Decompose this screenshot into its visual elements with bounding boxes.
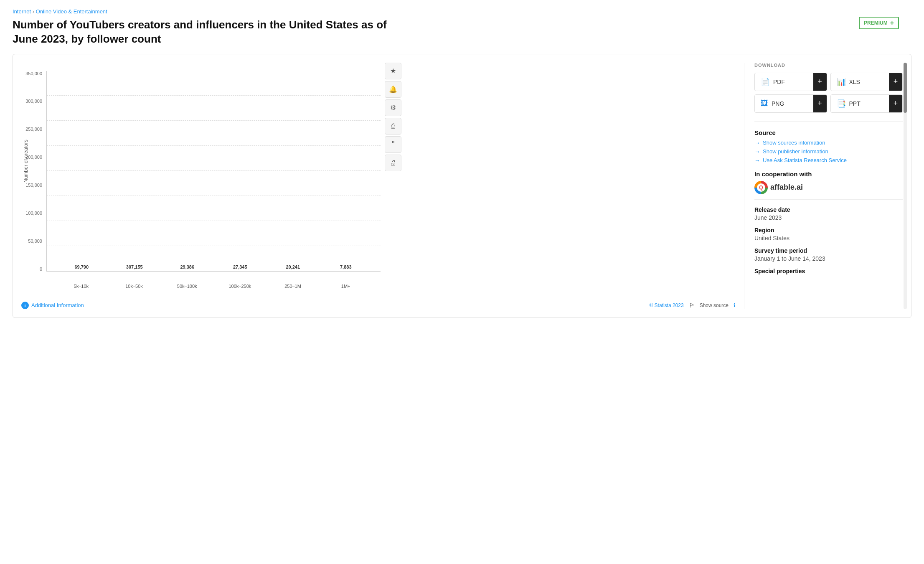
chart-container: Number of creators 350,000 300,000 250,0… — [21, 63, 381, 297]
page-title: Number of YouTubers creators and influen… — [13, 18, 388, 46]
copyright-text: © Statista 2023 — [649, 302, 683, 308]
x-labels: 5k–10k 10k–50k 50k–100k 100k–250k 250–1M… — [46, 276, 381, 297]
show-source-link[interactable]: Show source — [700, 302, 729, 308]
chart-source: © Statista 2023 🏳 Show source ℹ — [649, 302, 736, 309]
divider-1 — [754, 121, 903, 122]
region-value: United States — [754, 235, 903, 241]
survey-period-label: Survey time period — [754, 247, 903, 254]
premium-badge[interactable]: PREMIUM + — [859, 17, 899, 29]
png-icon: 🖼 — [761, 99, 768, 108]
cooperation-title: In cooperation with — [754, 170, 903, 178]
bars-container: 69,790 307,155 29,386 27,345 — [47, 71, 381, 271]
show-publisher-link[interactable]: → Show publisher information — [754, 148, 903, 155]
pdf-label: PDF — [773, 79, 785, 85]
bar-group-250-1m: 20,241 — [267, 264, 320, 271]
bookmark-button[interactable]: ★ — [385, 63, 401, 79]
download-section: DOWNLOAD 📄 PDF + 📊 XLS + — [754, 63, 903, 113]
cooperation-section: In cooperation with Q affable.ai — [754, 170, 903, 194]
scrollbar-track[interactable] — [904, 63, 907, 309]
ask-statista-link[interactable]: → Use Ask Statista Research Service — [754, 157, 903, 164]
settings-button[interactable]: ⚙ — [385, 99, 401, 116]
divider-2 — [754, 199, 903, 200]
download-ppt-button[interactable]: 📑 PPT + — [830, 94, 903, 113]
source-info-icon: ℹ — [734, 302, 736, 308]
download-title: DOWNLOAD — [754, 63, 903, 68]
source-section: Source → Show sources information → Show… — [754, 129, 903, 164]
ppt-label: PPT — [849, 100, 861, 107]
source-link-2-label: Show publisher information — [763, 148, 828, 155]
download-xls-button[interactable]: 📊 XLS + — [830, 73, 903, 91]
release-date-label: Release date — [754, 206, 903, 213]
y-axis-labels: 350,000 300,000 250,000 200,000 150,000 … — [21, 71, 46, 272]
pdf-plus: + — [813, 73, 827, 91]
xls-label: XLS — [849, 79, 860, 85]
release-date-value: June 2023 — [754, 214, 903, 221]
bar-group-5k-10k: 69,790 — [55, 264, 108, 271]
affable-partner-name: affable.ai — [770, 183, 803, 192]
bar-group-10k-50k: 307,155 — [108, 264, 161, 271]
chart-footer: i Additional Information © Statista 2023… — [21, 302, 736, 309]
chart-section: Number of creators 350,000 300,000 250,0… — [21, 63, 736, 309]
flag-icon: 🏳 — [689, 302, 695, 309]
xls-plus: + — [889, 73, 902, 91]
main-card: Number of creators 350,000 300,000 250,0… — [13, 54, 911, 318]
breadcrumb-internet[interactable]: Internet — [13, 8, 31, 15]
show-sources-link[interactable]: → Show sources information — [754, 140, 903, 146]
affable-logo[interactable]: Q affable.ai — [754, 181, 903, 194]
arrow-icon-1: → — [754, 140, 760, 146]
bar-group-50k-100k: 29,386 — [161, 264, 214, 271]
additional-info-label: Additional Information — [31, 302, 84, 308]
ppt-icon: 📑 — [837, 99, 846, 108]
download-pdf-button[interactable]: 📄 PDF + — [754, 73, 827, 91]
special-properties-label: Special properties — [754, 268, 903, 274]
chart-area: 69,790 307,155 29,386 27,345 — [46, 71, 381, 272]
arrow-icon-3: → — [754, 157, 760, 164]
share-button[interactable]: ⎙ — [385, 118, 401, 135]
survey-period-value: January 1 to June 14, 2023 — [754, 255, 903, 262]
bar-group-100k-250k: 27,345 — [214, 264, 267, 271]
print-button[interactable]: 🖨 — [385, 155, 401, 171]
source-title: Source — [754, 129, 903, 136]
source-link-3-label: Use Ask Statista Research Service — [763, 157, 847, 163]
bar-group-1m-plus: 7,883 — [320, 264, 373, 271]
pdf-icon: 📄 — [761, 77, 770, 86]
png-plus: + — [813, 95, 827, 112]
download-grid: 📄 PDF + 📊 XLS + 🖼 PNG — [754, 73, 903, 113]
alert-button[interactable]: 🔔 — [385, 81, 401, 98]
chart-toolbar: ★ 🔔 ⚙ ⎙ " 🖨 — [385, 63, 401, 171]
affable-logo-circle: Q — [754, 181, 768, 194]
arrow-icon-2: → — [754, 148, 760, 155]
source-link-1-label: Show sources information — [763, 140, 825, 146]
additional-info-link[interactable]: i Additional Information — [21, 302, 84, 309]
info-icon: i — [21, 302, 29, 309]
scrollbar-thumb — [904, 63, 907, 113]
xls-icon: 📊 — [837, 77, 846, 86]
ppt-plus: + — [889, 95, 902, 112]
right-panel: DOWNLOAD 📄 PDF + 📊 XLS + — [744, 63, 903, 309]
breadcrumb-online-video[interactable]: Online Video & Entertainment — [36, 8, 107, 15]
download-png-button[interactable]: 🖼 PNG + — [754, 94, 827, 113]
region-label: Region — [754, 227, 903, 234]
metadata-section: Release date June 2023 Region United Sta… — [754, 206, 903, 274]
cite-button[interactable]: " — [385, 136, 401, 153]
breadcrumb: Internet › Online Video & Entertainment — [13, 8, 911, 15]
png-label: PNG — [772, 100, 784, 107]
